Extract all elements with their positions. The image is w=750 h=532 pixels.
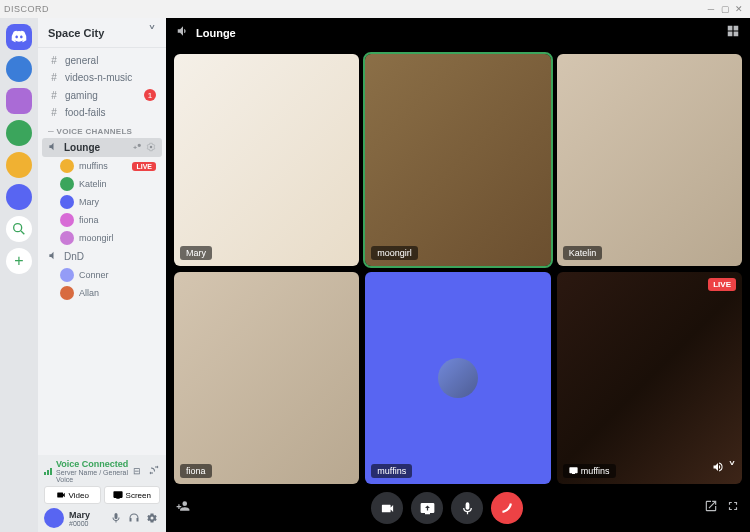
call-main: Lounge MarymoongirlKatelinfionamuffinsLI… xyxy=(166,18,750,532)
avatar xyxy=(60,231,74,245)
mic-button[interactable] xyxy=(451,492,483,524)
live-badge: LIVE xyxy=(708,278,736,291)
channel-food-fails[interactable]: #food-fails xyxy=(42,104,162,121)
tile-name-label: moongirl xyxy=(371,246,418,260)
mute-icon[interactable] xyxy=(108,510,124,526)
video-tile-Mary[interactable]: Mary xyxy=(174,54,359,266)
server-srv4[interactable] xyxy=(6,152,32,178)
explore-icon[interactable] xyxy=(6,216,32,242)
server-discord[interactable] xyxy=(6,24,32,50)
user-name: Mary xyxy=(69,510,103,520)
deafen-icon[interactable] xyxy=(126,510,142,526)
speaker-icon xyxy=(48,250,59,263)
avatar xyxy=(60,195,74,209)
window-close-icon[interactable]: ✕ xyxy=(732,4,746,14)
invite-icon[interactable] xyxy=(176,499,190,517)
video-tile-moongirl[interactable]: moongirl xyxy=(365,54,550,266)
video-button[interactable]: Video xyxy=(44,486,101,504)
app-brand: DISCORD xyxy=(4,4,704,14)
hash-icon: # xyxy=(48,55,60,66)
server-srv3[interactable] xyxy=(6,120,32,146)
voice-member[interactable]: fiona xyxy=(42,211,162,229)
user-tag: #0000 xyxy=(69,520,103,527)
server-name: Space City xyxy=(48,27,104,39)
live-badge: LIVE xyxy=(132,162,156,171)
server-srv1[interactable] xyxy=(6,56,32,82)
tile-name-label: muffins xyxy=(371,464,412,478)
voice-member[interactable]: moongirl xyxy=(42,229,162,247)
channel-videos-n-music[interactable]: #videos-n-music xyxy=(42,69,162,86)
window-maximize-icon[interactable]: ▢ xyxy=(718,4,732,14)
user-bar: Mary #0000 xyxy=(44,508,160,528)
voice-channel-DnD[interactable]: DnD xyxy=(42,247,162,266)
voice-status-label: Voice Connected xyxy=(56,459,129,469)
settings-icon[interactable] xyxy=(144,510,160,526)
chevron-down-icon: ˅ xyxy=(148,23,156,42)
video-tile-muffins[interactable]: muffins xyxy=(365,272,550,484)
user-avatar[interactable] xyxy=(44,508,64,528)
disconnect-icon[interactable] xyxy=(148,464,160,478)
svg-point-1 xyxy=(150,145,153,148)
camera-button[interactable] xyxy=(371,492,403,524)
channel-sidebar: Space City ˅ #general#videos-n-music#gam… xyxy=(38,18,166,532)
hash-icon: # xyxy=(48,90,60,101)
gear-icon[interactable] xyxy=(146,142,156,154)
unread-badge: 1 xyxy=(144,89,156,101)
server-header[interactable]: Space City ˅ xyxy=(38,18,166,48)
channel-general[interactable]: #general xyxy=(42,52,162,69)
fullscreen-icon[interactable] xyxy=(726,499,740,517)
tile-name-label: Katelin xyxy=(563,246,603,260)
call-title: Lounge xyxy=(196,27,720,39)
voice-section-header[interactable]: ─ VOICE CHANNELS xyxy=(42,121,162,138)
server-list: + xyxy=(0,18,38,532)
screen-button[interactable]: Screen xyxy=(104,486,161,504)
popout-icon[interactable] xyxy=(704,499,718,517)
avatar xyxy=(60,268,74,282)
server-srv5[interactable] xyxy=(6,184,32,210)
voice-member[interactable]: Conner xyxy=(42,266,162,284)
speaker-icon xyxy=(48,141,59,154)
avatar xyxy=(60,286,74,300)
video-tile-muffins[interactable]: LIVEmuffins˅ xyxy=(557,272,742,484)
svg-point-0 xyxy=(14,224,22,232)
volume-icon[interactable] xyxy=(712,459,724,478)
tile-name-label: Mary xyxy=(180,246,212,260)
voice-channel-Lounge[interactable]: Lounge xyxy=(42,138,162,157)
tile-name-label: fiona xyxy=(180,464,212,478)
speaker-icon xyxy=(176,24,190,42)
channel-gaming[interactable]: #gaming1 xyxy=(42,86,162,104)
avatar xyxy=(60,213,74,227)
hash-icon: # xyxy=(48,107,60,118)
voice-status-sub: Server Name / General Voice xyxy=(56,469,129,483)
tile-name-label: muffins xyxy=(563,464,616,478)
screenshare-button[interactable] xyxy=(411,492,443,524)
voice-member[interactable]: Mary xyxy=(42,193,162,211)
voice-member[interactable]: Allan xyxy=(42,284,162,302)
signal-icon xyxy=(44,468,52,475)
window-minimize-icon[interactable]: ─ xyxy=(704,4,718,14)
voice-member[interactable]: Katelin xyxy=(42,175,162,193)
voice-member[interactable]: muffinsLIVE xyxy=(42,157,162,175)
invite-icon[interactable] xyxy=(133,142,143,154)
server-srv2[interactable] xyxy=(6,88,32,114)
grid-view-icon[interactable] xyxy=(726,24,740,42)
add-server-button[interactable]: + xyxy=(6,248,32,274)
avatar-blob xyxy=(438,358,478,398)
avatar xyxy=(60,159,74,173)
chevron-down-icon[interactable]: ˅ xyxy=(728,459,736,478)
voice-status: Voice Connected Server Name / General Vo… xyxy=(44,459,160,483)
avatar xyxy=(60,177,74,191)
hash-icon: # xyxy=(48,72,60,83)
video-tile-Katelin[interactable]: Katelin xyxy=(557,54,742,266)
hangup-button[interactable] xyxy=(491,492,523,524)
video-tile-fiona[interactable]: fiona xyxy=(174,272,359,484)
noise-suppress-icon[interactable]: ⊟ xyxy=(133,466,141,476)
